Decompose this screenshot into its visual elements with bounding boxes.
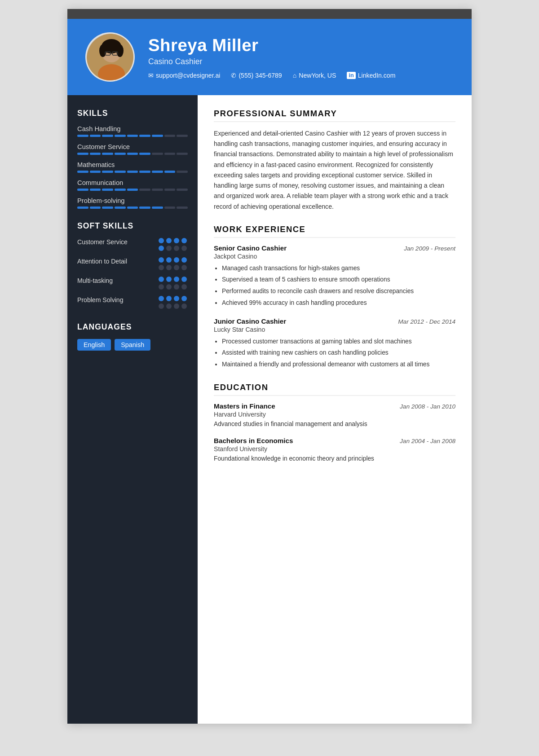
edu-header: Bachelors in Economics Jan 2004 - Jan 20… <box>214 437 455 444</box>
soft-skills-title: SOFT SKILLS <box>77 221 188 231</box>
skill-segment <box>152 153 163 155</box>
header-info: Shreya Miller Casino Cashier ✉ support@c… <box>148 35 395 79</box>
skill-segment <box>164 171 176 173</box>
dots-container <box>159 257 188 271</box>
job-item: Senior Casino Cashier Jan 2009 - Present… <box>214 244 455 308</box>
skill-name: Customer Service <box>77 143 188 150</box>
skill-item: Problem-solving <box>77 197 188 209</box>
skill-segment <box>102 189 113 191</box>
dot <box>181 238 187 243</box>
dots-container <box>159 296 188 310</box>
skill-bar <box>77 153 188 155</box>
skill-segment <box>90 153 101 155</box>
skill-bar <box>77 189 188 191</box>
linkedin-value: LinkedIn.com <box>358 72 396 79</box>
dots-container <box>159 238 188 252</box>
skill-name: Cash Handling <box>77 125 188 132</box>
dot <box>166 257 172 263</box>
skill-segment <box>177 189 188 191</box>
summary-text: Experienced and detail-oriented Casino C… <box>214 128 455 212</box>
contact-linkedin: in LinkedIn.com <box>347 72 395 79</box>
skill-segment <box>139 207 150 209</box>
dot <box>181 246 187 251</box>
skill-segment <box>90 207 101 209</box>
skill-segment <box>177 207 188 209</box>
skill-segment <box>127 189 138 191</box>
edu-date: Jan 2008 - Jan 2010 <box>400 403 455 410</box>
skill-segment <box>102 171 113 173</box>
skill-segment <box>139 153 150 155</box>
skill-segment <box>77 153 88 155</box>
skill-segment <box>152 171 163 173</box>
edu-date: Jan 2004 - Jan 2008 <box>400 438 455 444</box>
skill-segment <box>77 189 88 191</box>
work-experience-title: WORK EXPERIENCE <box>214 224 455 238</box>
skill-segment <box>77 135 88 137</box>
job-bullet: Processed customer transactions at gamin… <box>222 337 455 347</box>
edu-degree: Masters in Finance <box>214 402 275 410</box>
education-item: Bachelors in Economics Jan 2004 - Jan 20… <box>214 437 455 464</box>
dot <box>166 284 172 290</box>
dot <box>181 277 187 282</box>
job-date: Mar 2012 - Dec 2014 <box>398 318 455 325</box>
skill-segment <box>127 207 138 209</box>
skill-segment <box>152 189 163 191</box>
dot <box>166 296 172 301</box>
skill-item: Cash Handling <box>77 125 188 137</box>
skill-bar <box>77 135 188 137</box>
phone-value: (555) 345-6789 <box>239 72 282 79</box>
summary-title: PROFESSIONAL SUMMARY <box>214 109 455 122</box>
job-bullet: Performed audits to reconcile cash drawe… <box>222 286 455 297</box>
dot <box>181 296 187 301</box>
email-value: support@cvdesigner.ai <box>156 72 220 79</box>
job-bullets: Managed cash transactions for high-stake… <box>214 264 455 308</box>
skill-name: Communication <box>77 179 188 186</box>
skill-segment <box>139 189 150 191</box>
edu-school: Stanford University <box>214 445 455 453</box>
skill-segment <box>164 207 176 209</box>
skill-segment <box>177 171 188 173</box>
job-title: Senior Casino Cashier <box>214 244 287 252</box>
job-date: Jan 2009 - Present <box>404 245 455 252</box>
skill-segment <box>115 153 126 155</box>
job-item: Junior Casino Cashier Mar 2012 - Dec 201… <box>214 317 455 370</box>
location-icon: ⌂ <box>293 72 297 79</box>
skill-segment <box>115 189 126 191</box>
jobs-list: Senior Casino Cashier Jan 2009 - Present… <box>214 244 455 370</box>
dot <box>174 246 179 251</box>
skill-segment <box>164 153 176 155</box>
soft-skill-item: Problem Solving <box>77 296 188 310</box>
skill-item: Mathematics <box>77 161 188 173</box>
skill-item: Communication <box>77 179 188 191</box>
edu-school: Harvard University <box>214 411 455 418</box>
dot <box>159 284 164 290</box>
email-icon: ✉ <box>148 72 154 79</box>
skill-segment <box>90 135 101 137</box>
resume-wrapper: Shreya Miller Casino Cashier ✉ support@c… <box>67 9 472 724</box>
skill-item: Customer Service <box>77 143 188 155</box>
skill-segment <box>115 171 126 173</box>
dot <box>159 277 164 282</box>
language-badge: English <box>77 339 111 351</box>
dot <box>159 303 164 309</box>
dot <box>159 257 164 263</box>
skill-segment <box>177 153 188 155</box>
linkedin-icon: in <box>347 72 355 79</box>
skill-segment <box>102 135 113 137</box>
dot <box>181 303 187 309</box>
skill-segment <box>77 171 88 173</box>
sidebar: SKILLS Cash Handling Customer Service Ma… <box>67 95 198 724</box>
dot <box>181 257 187 263</box>
skill-segment <box>127 153 138 155</box>
body: SKILLS Cash Handling Customer Service Ma… <box>67 95 472 724</box>
skills-section: SKILLS Cash Handling Customer Service Ma… <box>77 109 188 209</box>
skill-segment <box>102 207 113 209</box>
education-item: Masters in Finance Jan 2008 - Jan 2010 H… <box>214 402 455 429</box>
location-value: NewYork, US <box>299 72 336 79</box>
contact-email: ✉ support@cvdesigner.ai <box>148 72 220 79</box>
soft-skills-list: Customer ServiceAttention to DetailMulti… <box>77 238 188 310</box>
dot <box>166 303 172 309</box>
languages-section: LANGUAGES EnglishSpanish <box>77 322 188 351</box>
edu-header: Masters in Finance Jan 2008 - Jan 2010 <box>214 402 455 410</box>
main-content: PROFESSIONAL SUMMARY Experienced and det… <box>198 95 472 724</box>
